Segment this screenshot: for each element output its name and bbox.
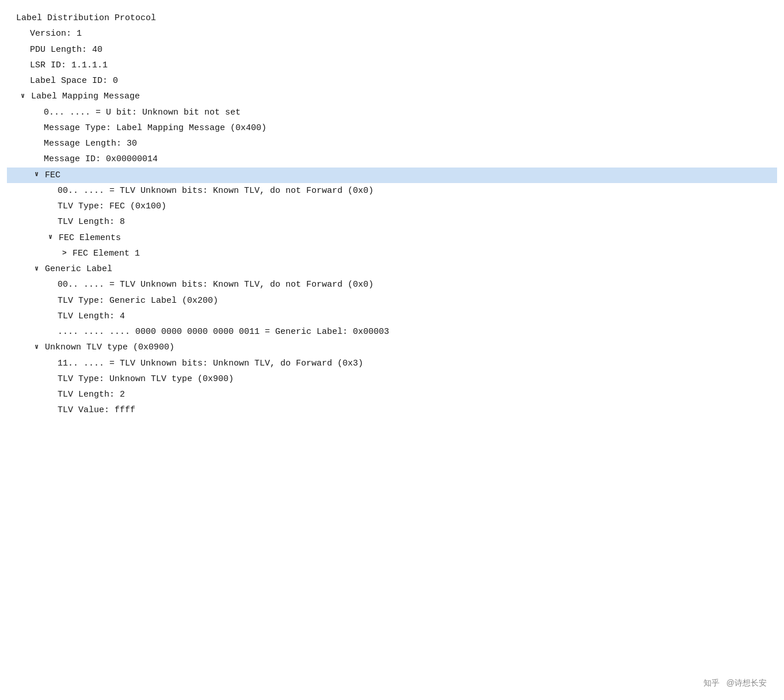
tree-line-label-space-id: Label Space ID: 0 [7, 73, 777, 89]
tree-line-u-bit: 0... .... = U bit: Unknown bit not set [7, 105, 777, 120]
tree-line-text: 00.. .... = TLV Unknown bits: Known TLV,… [58, 186, 374, 196]
tree-line-text: TLV Type: FEC (0x100) [58, 201, 166, 211]
chevron-down-icon[interactable]: ∨ [35, 264, 43, 275]
tree-line-generic-label-tlv-unknown-bits: 00.. .... = TLV Unknown bits: Known TLV,… [7, 277, 777, 292]
tree-line-fec-tlv-length: TLV Length: 8 [7, 214, 777, 230]
tree-line-ldp-root: Label Distribution Protocol [7, 10, 777, 26]
tree-line-message-id: Message ID: 0x00000014 [7, 151, 777, 167]
tree-line-text: Unknown TLV type (0x0900) [45, 343, 174, 352]
tree-line-text: TLV Length: 2 [58, 390, 125, 400]
tree-line-text: TLV Length: 4 [58, 311, 125, 321]
chevron-down-icon[interactable]: ∨ [35, 342, 43, 353]
chevron-right-icon[interactable]: > [62, 248, 70, 259]
tree-line-fec[interactable]: ∨FEC [7, 168, 777, 183]
tree-line-unknown-tlv-value: TLV Value: ffff [7, 402, 777, 418]
tree-line-message-length: Message Length: 30 [7, 136, 777, 151]
protocol-tree: Label Distribution ProtocolVersion: 1PDU… [0, 6, 784, 700]
tree-line-text: 00.. .... = TLV Unknown bits: Known TLV,… [58, 280, 374, 290]
tree-line-text: 0... .... = U bit: Unknown bit not set [44, 108, 241, 117]
tree-line-version: Version: 1 [7, 26, 777, 41]
tree-line-text: FEC [45, 170, 60, 180]
chevron-down-icon[interactable]: ∨ [35, 169, 43, 180]
tree-line-generic-label[interactable]: ∨Generic Label [7, 261, 777, 277]
tree-line-text: Message Type: Label Mapping Message (0x4… [44, 123, 267, 133]
chevron-down-icon[interactable]: ∨ [48, 232, 56, 243]
tree-line-lsr-id: LSR ID: 1.1.1.1 [7, 58, 777, 73]
tree-line-text: TLV Length: 8 [58, 217, 125, 227]
tree-line-text: FEC Elements [59, 233, 121, 243]
watermark: 知乎 @诗想长安 [703, 678, 767, 688]
tree-line-text: TLV Type: Unknown TLV type (0x900) [58, 374, 234, 384]
tree-line-fec-tlv-unknown-bits: 00.. .... = TLV Unknown bits: Known TLV,… [7, 183, 777, 199]
tree-line-text: PDU Length: 40 [30, 45, 102, 55]
tree-line-text: Generic Label [45, 264, 112, 274]
tree-line-fec-tlv-type: TLV Type: FEC (0x100) [7, 199, 777, 214]
tree-line-label-mapping-message[interactable]: ∨Label Mapping Message [7, 89, 777, 104]
tree-line-pdu-length: PDU Length: 40 [7, 42, 777, 58]
tree-line-fec-element-1[interactable]: >FEC Element 1 [7, 246, 777, 261]
tree-line-text: Label Distribution Protocol [16, 13, 156, 23]
tree-line-message-type: Message Type: Label Mapping Message (0x4… [7, 120, 777, 136]
tree-line-unknown-tlv-length: TLV Length: 2 [7, 387, 777, 402]
tree-line-unknown-tlv-bits: 11.. .... = TLV Unknown bits: Unknown TL… [7, 356, 777, 371]
tree-line-text: Message Length: 30 [44, 139, 137, 149]
watermark-author: @诗想长安 [726, 678, 767, 687]
tree-line-fec-elements[interactable]: ∨FEC Elements [7, 230, 777, 246]
tree-line-text: LSR ID: 1.1.1.1 [30, 60, 108, 70]
tree-line-generic-label-tlv-length: TLV Length: 4 [7, 309, 777, 324]
tree-line-text: 11.. .... = TLV Unknown bits: Unknown TL… [58, 359, 363, 368]
tree-line-unknown-tlv-type: TLV Type: Unknown TLV type (0x900) [7, 371, 777, 387]
chevron-down-icon[interactable]: ∨ [21, 91, 29, 102]
tree-line-generic-label-value: .... .... .... 0000 0000 0000 0000 0011 … [7, 324, 777, 340]
tree-line-unknown-tlv[interactable]: ∨Unknown TLV type (0x0900) [7, 340, 777, 355]
tree-line-text: TLV Type: Generic Label (0x200) [58, 296, 218, 306]
tree-line-text: Label Mapping Message [31, 92, 140, 101]
tree-line-text: Label Space ID: 0 [30, 76, 118, 86]
tree-line-generic-label-tlv-type: TLV Type: Generic Label (0x200) [7, 293, 777, 309]
tree-line-text: Version: 1 [30, 29, 82, 39]
tree-line-text: FEC Element 1 [73, 249, 140, 258]
watermark-platform: 知乎 [703, 678, 720, 687]
tree-line-text: TLV Value: ffff [58, 405, 135, 415]
tree-line-text: Message ID: 0x00000014 [44, 154, 158, 164]
tree-line-text: .... .... .... 0000 0000 0000 0000 0011 … [58, 327, 389, 337]
